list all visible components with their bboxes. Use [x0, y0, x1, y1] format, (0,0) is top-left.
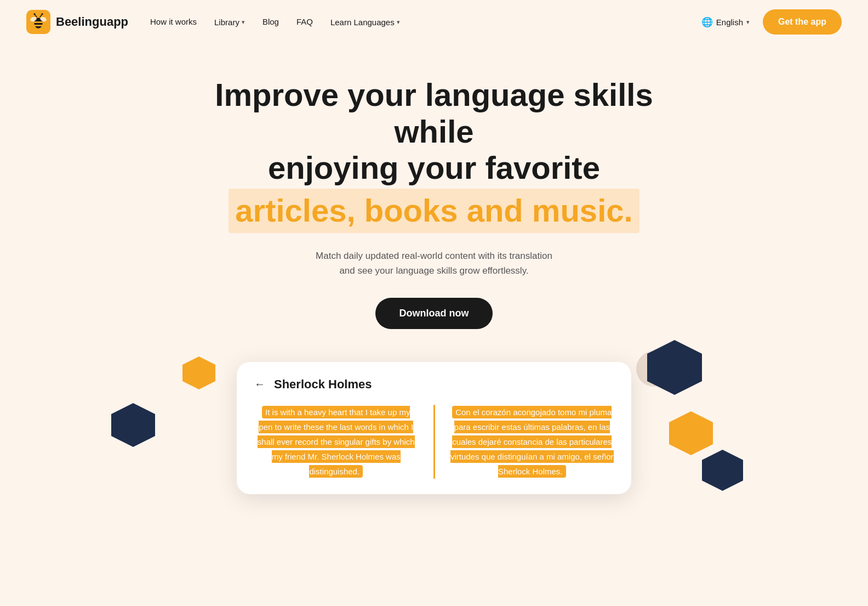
- nav-left: Beelinguapp How it works Library ▾ Blog …: [26, 10, 400, 34]
- globe-icon: 🌐: [701, 16, 713, 28]
- hero-title-line2: enjoying your favorite: [268, 150, 600, 185]
- library-chevron-icon: ▾: [242, 19, 245, 26]
- hex-dark-right-top: [647, 340, 702, 395]
- nav-item-learn-languages[interactable]: Learn Languages ▾: [330, 18, 400, 27]
- learn-languages-chevron-icon: ▾: [397, 19, 400, 26]
- download-now-button[interactable]: Download now: [375, 298, 493, 329]
- get-app-button[interactable]: Get the app: [763, 9, 842, 35]
- hex-orange-small: [182, 356, 215, 389]
- nav-link-blog[interactable]: Blog: [262, 17, 279, 26]
- language-chevron-icon: ▾: [746, 19, 750, 26]
- nav-item-how-it-works[interactable]: How it works: [150, 17, 197, 27]
- card-header: ← Sherlock Holmes: [254, 377, 614, 392]
- svg-point-10: [42, 13, 43, 15]
- logo[interactable]: Beelinguapp: [26, 10, 128, 34]
- nav-item-library[interactable]: Library ▾: [214, 18, 245, 27]
- nav-link-how-it-works[interactable]: How it works: [150, 17, 197, 26]
- back-arrow-icon[interactable]: ←: [254, 378, 265, 390]
- hero-title-line1: Improve your language skills while: [215, 77, 653, 149]
- navbar: Beelinguapp How it works Library ▾ Blog …: [0, 0, 868, 44]
- app-mockup-card: ← Sherlock Holmes It is with a heavy hea…: [237, 362, 631, 494]
- language-selector[interactable]: 🌐 English ▾: [701, 16, 750, 28]
- hero-title: Improve your language skills while enjoy…: [193, 77, 675, 186]
- hex-dark-right-bottom: [702, 450, 743, 491]
- english-passage: It is with a heavy heart that I take up …: [258, 406, 415, 478]
- hero-subtitle: Match daily updated real-world content w…: [313, 248, 555, 278]
- hex-orange-right: [669, 411, 713, 455]
- column-divider: [433, 405, 435, 479]
- nav-link-faq[interactable]: FAQ: [296, 17, 313, 26]
- decorative-section: ← Sherlock Holmes It is with a heavy hea…: [26, 356, 842, 543]
- card-content: It is with a heavy heart that I take up …: [254, 405, 614, 479]
- nav-item-blog[interactable]: Blog: [262, 17, 279, 27]
- hero-section: Improve your language skills while enjoy…: [0, 44, 868, 543]
- svg-point-9: [34, 13, 36, 15]
- nav-link-library: Library: [214, 18, 239, 27]
- svg-rect-4: [33, 25, 43, 26]
- nav-right: 🌐 English ▾ Get the app: [701, 9, 842, 35]
- language-label: English: [716, 18, 743, 27]
- bee-logo-icon: [26, 10, 50, 34]
- hex-dark-left: [111, 403, 155, 447]
- svg-rect-3: [33, 21, 43, 23]
- english-text-column: It is with a heavy heart that I take up …: [254, 405, 418, 479]
- card-book-title: Sherlock Holmes: [274, 377, 372, 392]
- nav-links: How it works Library ▾ Blog FAQ Learn La…: [150, 17, 400, 27]
- hero-highlight-text: articles, books and music.: [229, 189, 639, 233]
- logo-text: Beelinguapp: [56, 15, 128, 29]
- spanish-passage: Con el corazón acongojado tomo mi pluma …: [450, 406, 614, 478]
- nav-item-faq[interactable]: FAQ: [296, 17, 313, 27]
- nav-link-learn-languages: Learn Languages: [330, 18, 395, 27]
- spanish-text-column: Con el corazón acongojado tomo mi pluma …: [450, 405, 614, 479]
